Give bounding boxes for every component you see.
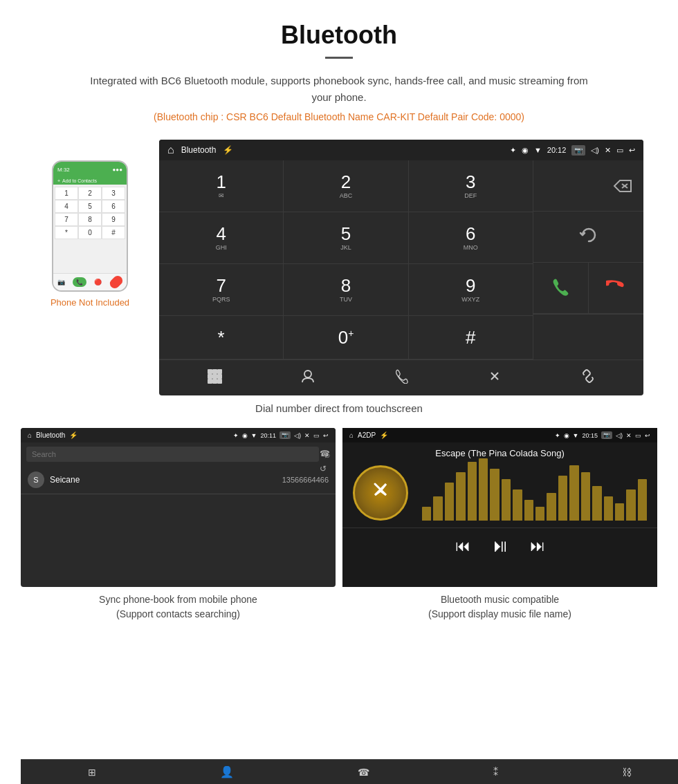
eq-bar: [502, 479, 511, 521]
dialpad-key-8[interactable]: 8 TUV: [284, 264, 408, 315]
pb-status-bar: ⌂ Bluetooth ⚡ ✦ ◉ ▼ 20:11 📷 ◁) ✕ ▭ ↩: [21, 428, 336, 442]
bluetooth-specs: (Bluetooth chip : CSR BC6 Default Blueto…: [0, 111, 678, 122]
eq-bar: [479, 458, 488, 521]
eq-bar: [638, 479, 647, 521]
svg-rect-3: [208, 369, 212, 374]
dialpad-key-1[interactable]: 1 ✉: [159, 160, 284, 212]
pb-phone-icon-right[interactable]: ☎: [320, 449, 330, 458]
usb-icon: ⚡: [223, 145, 233, 155]
dialpad-keys: 1 ✉ 2 ABC 3 DEF 4 GHI: [159, 160, 533, 360]
bt-status-icon: ✦: [510, 146, 516, 155]
bottom-screenshots: ⌂ Bluetooth ⚡ ✦ ◉ ▼ 20:11 📷 ◁) ✕ ▭ ↩: [21, 428, 657, 622]
a2dp-win-icon[interactable]: ▭: [635, 432, 641, 439]
pb-win-icon[interactable]: ▭: [313, 432, 320, 439]
refresh-cell[interactable]: [533, 212, 643, 263]
a2dp-loc-icon: ◉: [564, 432, 569, 439]
eq-bar: [422, 507, 431, 521]
phone-icon[interactable]: [394, 368, 409, 387]
a2dp-content: [342, 462, 657, 524]
link-icon[interactable]: [580, 368, 596, 387]
eq-bar: [615, 503, 624, 521]
a2dp-status-bar: ⌂ A2DP ⚡ ✦ ◉ ▼ 20:15 📷 ◁) ✕ ▭ ↩: [342, 428, 657, 442]
phone-bottom-bar: 📷 📞 🔴: [53, 273, 127, 290]
window-icon[interactable]: ▭: [616, 146, 623, 155]
a2dp-app-name: A2DP: [358, 431, 376, 439]
dialpad-key-9[interactable]: 9 WXYZ: [409, 264, 533, 315]
camera-icon[interactable]: 📷: [571, 145, 585, 156]
status-right: ✦ ◉ ▼ 20:12 📷 ◁) ✕ ▭ ↩: [510, 145, 635, 156]
call-green-button[interactable]: [533, 263, 589, 314]
pb-refresh-icon-right[interactable]: ↺: [320, 464, 330, 474]
pb-home-icon[interactable]: ⌂: [28, 431, 32, 439]
main-section: M:32 ●●● +Add to Contacts 1 2 3 4 5 6 7 …: [21, 140, 657, 395]
eq-bar: [468, 462, 477, 521]
car-status-bar: ⌂ Bluetooth ⚡ ✦ ◉ ▼ 20:12 📷 ◁) ✕ ▭ ↩: [159, 140, 643, 160]
pb-back-icon[interactable]: ↩: [323, 432, 329, 439]
dialpad-container: 1 ✉ 2 ABC 3 DEF 4 GHI: [159, 160, 643, 360]
phone-not-included-label: Phone Not Included: [51, 297, 129, 308]
dialpad-key-0[interactable]: 0+: [284, 316, 408, 359]
volume-icon[interactable]: ◁): [591, 146, 599, 155]
pb-cam-icon[interactable]: 📷: [280, 431, 291, 439]
prev-track-button[interactable]: ⏮: [455, 537, 470, 555]
dialpad-key-star[interactable]: *: [159, 316, 284, 359]
time-label: 20:12: [547, 146, 567, 154]
phone-container: M:32 ●●● +Add to Contacts 1 2 3 4 5 6 7 …: [35, 140, 145, 308]
eq-bar: [604, 496, 613, 521]
play-pause-button[interactable]: ⏯: [491, 535, 509, 557]
dialpad-row-3: 7 PQRS 8 TUV 9 WXYZ: [159, 264, 533, 316]
wifi-icon: ▼: [534, 146, 542, 154]
home-icon[interactable]: ⌂: [167, 144, 174, 156]
a2dp-cam-icon[interactable]: 📷: [601, 431, 612, 439]
song-title: Escape (The Pina Colada Song): [342, 442, 657, 462]
dialpad-key-hash[interactable]: #: [409, 316, 533, 359]
eq-bar: [524, 500, 533, 521]
bluetooth-icon[interactable]: [487, 368, 502, 387]
title-divider: [325, 57, 353, 59]
eq-bar: [581, 472, 590, 521]
close-icon[interactable]: ✕: [605, 146, 611, 155]
pb-search-input[interactable]: [26, 447, 319, 462]
pb-status-left: ⌂ Bluetooth ⚡: [28, 431, 77, 439]
pb-wifi-icon: ▼: [251, 432, 257, 439]
call-red-button[interactable]: [589, 263, 643, 314]
dialpad-key-6[interactable]: 6 MNO: [409, 212, 533, 263]
backspace-cell[interactable]: [533, 160, 643, 212]
eq-bar: [547, 493, 556, 521]
pb-usb-icon: ⚡: [69, 431, 77, 439]
a2dp-close-icon[interactable]: ✕: [626, 432, 632, 439]
eq-bar: [445, 483, 454, 521]
pb-vol-icon[interactable]: ◁): [294, 432, 301, 439]
bt-music-icon: [367, 477, 394, 510]
dialpad-key-4[interactable]: 4 GHI: [159, 212, 284, 263]
a2dp-back-icon[interactable]: ↩: [645, 432, 650, 439]
a2dp-usb-icon: ⚡: [380, 431, 388, 439]
dialpad-grid-icon[interactable]: [207, 368, 222, 387]
dialpad-key-5[interactable]: 5 JKL: [284, 212, 408, 263]
phonebook-screen: ⌂ Bluetooth ⚡ ✦ ◉ ▼ 20:11 📷 ◁) ✕ ▭ ↩: [21, 428, 336, 587]
a2dp-status-left: ⌂ A2DP ⚡: [349, 431, 388, 439]
svg-marker-0: [614, 180, 631, 192]
refresh-icon: [579, 225, 598, 249]
dialpad-key-3[interactable]: 3 DEF: [409, 160, 533, 212]
a2dp-vol-icon[interactable]: ◁): [616, 432, 623, 439]
dialpad-row-2: 4 GHI 5 JKL 6 MNO: [159, 212, 533, 264]
phone-call-button[interactable]: 📞: [73, 277, 86, 287]
a2dp-home-icon[interactable]: ⌂: [349, 431, 354, 439]
dialpad-bottom-bar: [159, 360, 643, 395]
svg-rect-9: [208, 379, 212, 384]
a2dp-caption: Bluetooth music compatible(Support displ…: [342, 592, 657, 622]
eq-bar: [558, 476, 567, 521]
back-icon[interactable]: ↩: [629, 146, 635, 155]
dialpad-right-panel: [533, 160, 643, 360]
phone-end-button[interactable]: [107, 274, 124, 290]
contacts-icon[interactable]: [300, 368, 315, 387]
location-icon: ◉: [522, 146, 529, 155]
svg-rect-7: [212, 374, 217, 379]
dialpad-key-2[interactable]: 2 ABC: [284, 160, 408, 212]
dialpad-key-7[interactable]: 7 PQRS: [159, 264, 284, 315]
pb-close-icon[interactable]: ✕: [304, 432, 310, 439]
next-track-button[interactable]: ⏭: [530, 537, 545, 555]
pb-status-right: ✦ ◉ ▼ 20:11 📷 ◁) ✕ ▭ ↩: [233, 431, 329, 439]
eq-bar: [535, 507, 544, 521]
